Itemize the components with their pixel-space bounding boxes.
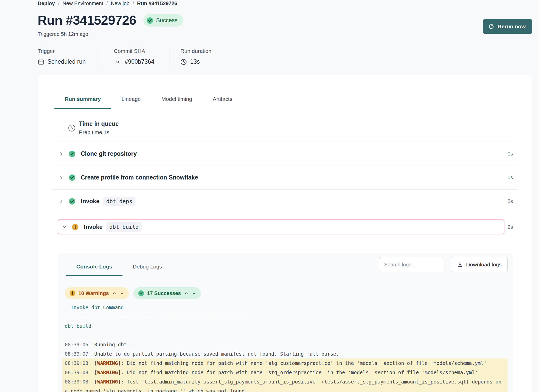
log-blank-line — [62, 331, 508, 340]
status-badge: Success — [143, 14, 183, 27]
step-title: Create profile from connection Snowflake — [81, 174, 198, 181]
meta-duration: Run duration 13s — [169, 48, 226, 65]
success-check-icon — [69, 150, 76, 157]
log-command: dbt build — [62, 321, 508, 331]
log-line-warning: 08:39:08[WARNING]: Did not find matching… — [62, 358, 508, 368]
console-log-output: Invoke dbt Command ---------------------… — [62, 303, 508, 392]
step-title: Invoke — [84, 224, 103, 231]
chevron-up-icon[interactable] — [184, 291, 189, 296]
step-invoke-dbt-build-row[interactable]: Invoke dbt build — [58, 219, 504, 234]
tab-artifacts[interactable]: Artifacts — [202, 96, 243, 109]
duration-label: Run duration — [180, 48, 211, 54]
breadcrumb-job[interactable]: New job — [111, 1, 129, 6]
step-duration: 0s — [508, 175, 518, 181]
log-line-warning: 08:39:08[WARNING]: Test 'test.admin_matu… — [62, 377, 508, 392]
breadcrumb-run: Run #341529726 — [137, 1, 177, 6]
prep-time-link[interactable]: Prep time 1s — [79, 129, 109, 135]
log-toolbar: Console Logs Debug Logs Download logs — [62, 257, 508, 276]
success-check-icon — [138, 290, 144, 296]
run-summary-card: Run summary Lineage Model timing Artifac… — [38, 75, 532, 392]
chevron-down-icon[interactable] — [120, 291, 124, 296]
log-filter-badges: 10 Warnings 17 Successes — [65, 287, 508, 299]
page-title: Run #341529726 — [38, 13, 136, 28]
rerun-icon — [488, 23, 495, 30]
chevron-up-icon[interactable] — [112, 291, 117, 296]
commit-icon — [114, 59, 121, 65]
step-command-chip: dbt build — [106, 222, 142, 232]
step-title: Clone git repository — [81, 150, 137, 157]
trigger-label: Trigger — [38, 48, 86, 54]
title-row: Run #341529726 Success — [38, 13, 532, 28]
meta-commit: Commit SHA #900b7364 — [103, 48, 169, 65]
download-logs-label: Download logs — [466, 262, 502, 268]
warning-icon — [72, 224, 79, 231]
queue-clock-icon — [68, 124, 76, 132]
commit-label: Commit SHA — [114, 48, 154, 54]
download-icon — [457, 262, 463, 268]
step-duration: 9s — [508, 224, 518, 230]
breadcrumb-environment[interactable]: New Environment — [62, 1, 103, 6]
tab-console-logs[interactable]: Console Logs — [66, 264, 123, 276]
queue-title: Time in queue — [79, 120, 119, 127]
step-clone-git-repository[interactable]: Clone git repository 0s — [52, 142, 518, 166]
trigger-value: Scheduled run — [47, 58, 86, 65]
success-check-icon — [69, 174, 76, 181]
chevron-right-icon[interactable] — [59, 175, 64, 180]
run-detail-page: Deploy / New Environment / New job / Run… — [0, 0, 539, 392]
breadcrumb-separator: / — [58, 1, 60, 6]
success-check-icon — [69, 198, 76, 205]
log-line: 08:39:07Unable to do partial parsing bec… — [62, 349, 508, 358]
step-invoke-dbt-build: Invoke dbt build 9s — [52, 213, 518, 244]
main-tabs: Run summary Lineage Model timing Artifac… — [54, 75, 518, 109]
success-check-icon — [146, 17, 153, 24]
time-in-queue-section: Time in queue Prep time 1s — [52, 109, 518, 142]
breadcrumb-deploy[interactable]: Deploy — [38, 1, 55, 6]
step-invoke-dbt-deps[interactable]: Invoke dbt deps 2s — [52, 189, 518, 213]
warnings-badge: 10 Warnings — [65, 287, 129, 299]
step-command-chip: dbt deps — [103, 197, 135, 206]
commit-value: #900b7364 — [125, 58, 154, 65]
tab-debug-logs[interactable]: Debug Logs — [123, 264, 172, 276]
tab-model-timing[interactable]: Model timing — [151, 96, 202, 109]
rerun-button-label: Rerun now — [498, 23, 526, 30]
chevron-right-icon[interactable] — [59, 151, 64, 156]
log-command-header: Invoke dbt Command — [62, 303, 508, 312]
chevron-right-icon[interactable] — [59, 199, 64, 204]
warning-icon — [69, 290, 76, 296]
successes-badge: 17 Successes — [133, 287, 201, 299]
duration-value: 13s — [190, 58, 200, 65]
step-duration: 2s — [508, 198, 518, 204]
calendar-icon — [38, 59, 44, 65]
log-separator: ----------------------------------------… — [62, 312, 508, 321]
download-logs-button[interactable]: Download logs — [451, 257, 508, 272]
rerun-button[interactable]: Rerun now — [483, 19, 533, 34]
step-title: Invoke — [81, 198, 100, 205]
log-line: 08:39:06Running dbt... — [62, 340, 508, 349]
log-controls: Download logs — [379, 257, 508, 272]
status-badge-label: Success — [156, 17, 177, 24]
search-logs-input[interactable] — [379, 257, 444, 272]
breadcrumb-separator: / — [106, 1, 108, 6]
triggered-label: Triggered 5h 12m ago — [38, 31, 532, 37]
log-line-warning: 08:39:08[WARNING]: Did not find matching… — [62, 368, 508, 377]
tab-run-summary[interactable]: Run summary — [54, 96, 111, 109]
chevron-down-icon[interactable] — [192, 291, 196, 296]
clock-icon — [180, 59, 187, 65]
step-duration: 0s — [508, 151, 518, 157]
warnings-badge-label: 10 Warnings — [78, 290, 109, 296]
breadcrumb-separator: / — [133, 1, 134, 6]
run-meta: Trigger Scheduled run Commit SHA # — [38, 48, 532, 65]
chevron-down-icon[interactable] — [62, 224, 67, 230]
tab-lineage[interactable]: Lineage — [111, 96, 151, 109]
logs-panel: Console Logs Debug Logs Download logs — [58, 253, 513, 392]
successes-badge-label: 17 Successes — [147, 290, 181, 296]
meta-trigger: Trigger Scheduled run — [38, 48, 103, 65]
breadcrumb: Deploy / New Environment / New job / Run… — [38, 1, 532, 6]
step-create-profile[interactable]: Create profile from connection Snowflake… — [52, 166, 518, 189]
